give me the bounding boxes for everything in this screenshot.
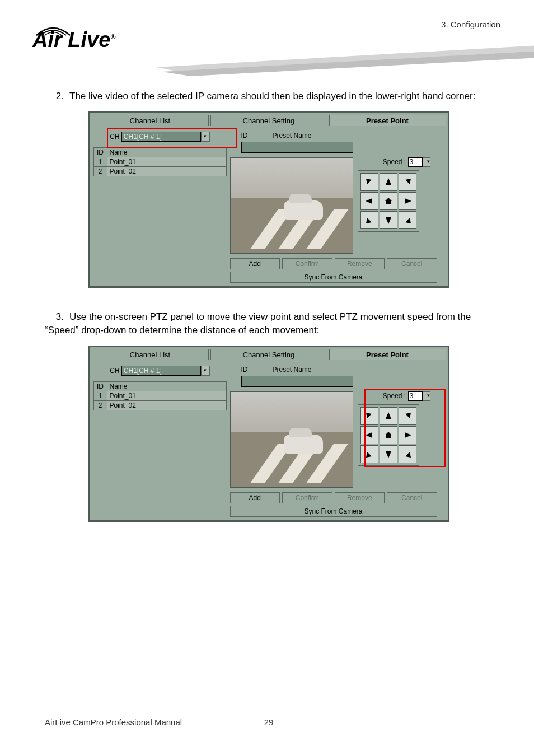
ptz-right-button[interactable] <box>399 192 416 210</box>
remove-button[interactable]: Remove <box>335 492 385 503</box>
ptz-down-left-button[interactable] <box>360 211 378 229</box>
svg-marker-15 <box>385 432 392 438</box>
speed-label: Speed : <box>383 157 406 165</box>
tab-channel-list[interactable]: Channel List <box>92 349 209 360</box>
cancel-button[interactable]: Cancel <box>387 258 437 269</box>
ptz-up-button[interactable] <box>380 173 397 191</box>
channel-dropdown-arrow-icon[interactable]: ▾ <box>201 366 210 376</box>
ptz-home-button[interactable] <box>380 192 397 210</box>
table-row[interactable]: 2 Point_02 <box>93 400 226 410</box>
ptz-control-panel <box>358 404 419 466</box>
table-row[interactable]: 1 Point_01 <box>93 157 226 166</box>
svg-marker-5 <box>366 198 372 204</box>
speed-label: Speed : <box>383 392 406 400</box>
preset-name-input[interactable] <box>241 142 353 153</box>
preset-table: ID Name 1 Point_01 2 Point_02 <box>93 147 227 176</box>
sync-from-camera-button[interactable]: Sync From Camera <box>230 272 437 283</box>
preset-name-input[interactable] <box>241 376 353 387</box>
svg-marker-19 <box>405 452 411 458</box>
step-2: 2.The live video of the selected IP came… <box>45 90 493 104</box>
channel-dropdown[interactable]: CH1[CH # 1] <box>121 132 201 142</box>
svg-marker-17 <box>366 452 372 458</box>
step-2-text: The live video of the selected IP camera… <box>69 91 475 101</box>
sync-from-camera-button[interactable]: Sync From Camera <box>230 506 437 517</box>
ptz-down-right-button[interactable] <box>399 211 416 229</box>
svg-marker-3 <box>386 178 391 185</box>
confirm-button[interactable]: Confirm <box>282 492 332 503</box>
step-2-number: 2. <box>45 90 64 104</box>
tab-channel-list[interactable]: Channel List <box>92 115 209 126</box>
add-button[interactable]: Add <box>230 258 280 269</box>
ptz-home-button[interactable] <box>380 426 397 444</box>
step-3-text: Use the on-screen PTZ panel to move the … <box>45 311 471 336</box>
col-hdr-name: Name <box>107 147 226 157</box>
table-row[interactable]: 2 Point_02 <box>93 166 226 176</box>
svg-marker-4 <box>405 179 411 184</box>
ptz-down-left-button[interactable] <box>360 445 378 463</box>
ptz-left-button[interactable] <box>360 192 378 210</box>
ptz-up-right-button[interactable] <box>399 407 416 425</box>
ptz-down-button[interactable] <box>380 445 397 463</box>
channel-dropdown-arrow-icon[interactable]: ▾ <box>201 132 210 142</box>
preset-point-window-2: Channel List Channel Setting Preset Poin… <box>88 346 449 522</box>
ptz-down-button[interactable] <box>380 211 397 229</box>
live-video-preview <box>230 157 353 254</box>
svg-marker-14 <box>366 432 372 438</box>
channel-dropdown[interactable]: CH1[CH # 1] <box>121 366 201 376</box>
live-video-preview <box>230 391 353 488</box>
speed-dropdown-arrow-icon[interactable]: ▾ <box>423 391 430 401</box>
ch-label: CH <box>110 367 119 375</box>
step-3-number: 3. <box>45 310 64 324</box>
svg-marker-18 <box>386 451 391 458</box>
col-hdr-id: ID <box>93 381 107 391</box>
svg-marker-12 <box>386 412 391 419</box>
brand-logo: Air Live® <box>32 28 115 52</box>
svg-marker-11 <box>366 413 372 418</box>
remove-button[interactable]: Remove <box>335 258 385 269</box>
ptz-up-left-button[interactable] <box>360 173 378 191</box>
preset-table: ID Name 1 Point_01 2 Point_02 <box>93 381 227 410</box>
svg-marker-2 <box>366 179 372 184</box>
speed-dropdown-arrow-icon[interactable]: ▾ <box>423 157 430 167</box>
ptz-left-button[interactable] <box>360 426 378 444</box>
ch-label: CH <box>110 133 119 141</box>
cancel-button[interactable]: Cancel <box>387 492 437 503</box>
preset-name-label: Preset Name <box>273 366 312 374</box>
table-row[interactable]: 1 Point_01 <box>93 391 226 400</box>
tab-channel-setting[interactable]: Channel Setting <box>210 349 327 360</box>
preset-point-window-1: Channel List Channel Setting Preset Poin… <box>88 111 449 288</box>
tab-preset-point[interactable]: Preset Point <box>329 115 446 126</box>
svg-marker-13 <box>405 413 411 418</box>
ptz-up-button[interactable] <box>380 407 397 425</box>
ptz-control-panel <box>358 170 419 232</box>
step-3: 3.Use the on-screen PTZ panel to move th… <box>45 310 493 338</box>
col-hdr-id: ID <box>93 147 107 157</box>
col-hdr-name: Name <box>107 381 226 391</box>
svg-marker-7 <box>405 198 411 204</box>
svg-marker-6 <box>385 198 392 204</box>
svg-marker-16 <box>405 432 411 438</box>
preset-id-label: ID <box>241 366 248 374</box>
speed-dropdown[interactable]: 3 <box>408 391 423 401</box>
ptz-right-button[interactable] <box>399 426 416 444</box>
speed-dropdown[interactable]: 3 <box>408 157 423 167</box>
tab-preset-point[interactable]: Preset Point <box>329 349 446 360</box>
ptz-up-right-button[interactable] <box>399 173 416 191</box>
svg-marker-10 <box>405 218 411 223</box>
ptz-down-right-button[interactable] <box>399 445 416 463</box>
footer-page-number: 29 <box>264 717 274 727</box>
preset-id-label: ID <box>241 132 248 139</box>
page-section-header: 3. Configuration <box>441 20 500 29</box>
footer-doc-title: AirLive CamPro Professional Manual <box>45 717 182 727</box>
preset-name-label: Preset Name <box>273 132 312 139</box>
svg-marker-8 <box>366 218 372 223</box>
tab-channel-setting[interactable]: Channel Setting <box>210 115 327 126</box>
svg-marker-9 <box>386 217 391 224</box>
confirm-button[interactable]: Confirm <box>282 258 332 269</box>
add-button[interactable]: Add <box>230 492 280 503</box>
header-ribbon-icon <box>157 45 534 78</box>
ptz-up-left-button[interactable] <box>360 407 378 425</box>
